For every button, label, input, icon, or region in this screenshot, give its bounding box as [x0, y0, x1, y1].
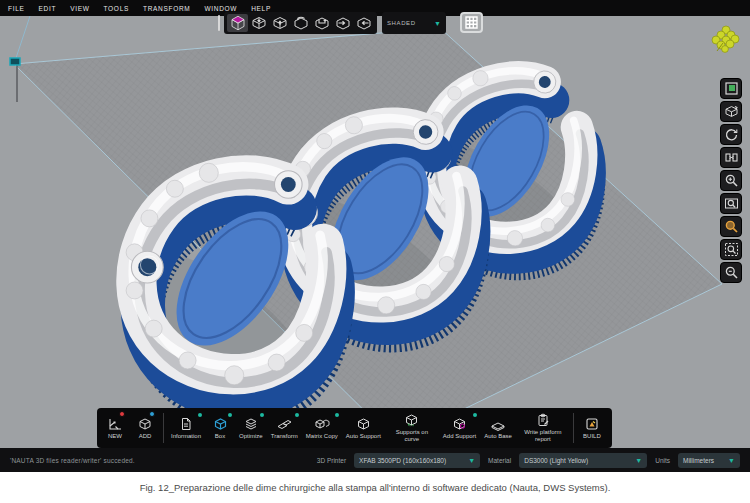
navigation-toolbar: [720, 78, 742, 283]
units-dropdown[interactable]: Millimeters ▼: [678, 453, 740, 468]
tool-information[interactable]: Information: [167, 408, 205, 448]
tool-box[interactable]: Box: [205, 408, 235, 448]
menu-tools[interactable]: TOOLS: [104, 5, 129, 12]
menu-window[interactable]: WINDOW: [204, 5, 237, 12]
toolbar-handle[interactable]: [218, 15, 220, 31]
figure-caption: Fig. 12_Preparazione delle dime chirurgi…: [0, 472, 750, 503]
new-platform-button[interactable]: NEW: [100, 408, 130, 448]
zoom-region-button[interactable]: [720, 239, 742, 260]
menu-edit[interactable]: EDIT: [39, 5, 57, 12]
bottom-toolbar: NEW ADD Information Box: [97, 408, 612, 448]
auto-support-icon: [356, 417, 371, 431]
app-window: FILE EDIT VIEW TOOLS TRANSFORM WINDOW HE…: [0, 0, 750, 503]
toolbar-separator: [163, 413, 164, 443]
tool-transform[interactable]: Transform: [267, 408, 302, 448]
tool-indicator-dot: [228, 413, 232, 417]
new-icon: [107, 417, 123, 431]
zoom-fit-button[interactable]: [720, 262, 742, 283]
tool-indicator-dot: [198, 413, 202, 417]
menu-file[interactable]: FILE: [8, 5, 25, 12]
zoom-fit-icon: [724, 265, 739, 280]
right-view-icon: [335, 15, 351, 31]
zoom-in-button[interactable]: [720, 170, 742, 191]
tool-add-support[interactable]: Add Support: [439, 408, 480, 448]
shading-mode-dropdown[interactable]: SHADED ▼: [382, 12, 446, 34]
tool-indicator-dot: [295, 413, 299, 417]
units-label: Units: [655, 457, 670, 464]
new-badge: [119, 411, 125, 417]
tool-indicator-dot: [335, 413, 339, 417]
tool-supports-on-curve[interactable]: Supports on curve: [385, 408, 439, 448]
supports-on-curve-icon: [404, 413, 419, 427]
tool-auto-base[interactable]: Auto Base: [480, 408, 516, 448]
report-clipboard-icon: [536, 413, 550, 427]
information-icon: [179, 417, 193, 431]
shading-mode-value: SHADED: [387, 20, 416, 26]
platform-origin-marker: [10, 58, 20, 65]
back-view-button[interactable]: [311, 14, 332, 32]
box-icon: [213, 417, 228, 431]
zoom-dynamic-icon: [724, 219, 739, 234]
chevron-down-icon: ▼: [434, 20, 441, 27]
tool-write-platform-report[interactable]: Write platform report: [516, 408, 570, 448]
back-view-icon: [314, 15, 330, 31]
build-button[interactable]: BUILD: [577, 408, 607, 448]
add-support-icon: [452, 417, 467, 431]
top-view-button[interactable]: [248, 14, 269, 32]
chevron-down-icon: ▼: [635, 457, 642, 464]
zoom-dynamic-button[interactable]: [720, 216, 742, 237]
tool-optimize[interactable]: Optimize: [235, 408, 267, 448]
menu-help[interactable]: HELP: [251, 5, 271, 12]
snapshot-icon: [724, 81, 739, 96]
optimize-layers-icon: [243, 417, 259, 431]
right-view-button[interactable]: [332, 14, 353, 32]
matrix-copy-icon: [314, 417, 330, 431]
toolbar-separator: [573, 413, 574, 443]
top-view-icon: [251, 15, 267, 31]
dws-logo: [710, 24, 742, 56]
auto-base-icon: [490, 417, 506, 431]
rotate-view-button[interactable]: [720, 124, 742, 145]
rotate-icon: [724, 127, 739, 142]
tool-matrix-copy[interactable]: Matrix Copy: [302, 408, 342, 448]
bottom-view-button[interactable]: [269, 14, 290, 32]
orbit-cube-icon: [724, 104, 739, 119]
front-view-button[interactable]: [290, 14, 311, 32]
orbit-view-button[interactable]: [720, 101, 742, 122]
menu-transform[interactable]: TRANSFORM: [143, 5, 190, 12]
menu-view[interactable]: VIEW: [70, 5, 89, 12]
printer-dropdown[interactable]: XFAB 3500PD (160x160x180) ▼: [354, 453, 480, 468]
printer-label: 3D Printer: [317, 457, 346, 464]
front-view-icon: [293, 15, 309, 31]
build-icon: [584, 417, 600, 431]
add-badge: [149, 411, 155, 417]
pan-icon: [724, 150, 739, 165]
add-icon: [137, 417, 153, 431]
bottom-view-icon: [272, 15, 288, 31]
zoom-window-button[interactable]: [720, 193, 742, 214]
tool-indicator-dot: [473, 413, 477, 417]
zoom-window-icon: [724, 196, 739, 211]
status-message: 'NAUTA 3D files reader/writer' succeded.: [10, 457, 135, 464]
tool-auto-support[interactable]: Auto Support: [342, 408, 385, 448]
zoom-region-icon: [724, 242, 739, 257]
zoom-in-icon: [724, 173, 739, 188]
snapshot-button[interactable]: [720, 78, 742, 99]
left-view-button[interactable]: [353, 14, 374, 32]
tool-indicator-dot: [260, 413, 264, 417]
view-toolbar: SHADED ▼: [218, 12, 446, 34]
chevron-down-icon: ▼: [728, 457, 735, 464]
material-dropdown[interactable]: DS3000 (Light Yellow) ▼: [519, 453, 647, 468]
material-label: Material: [488, 457, 511, 464]
isometric-cube-icon: [230, 15, 246, 31]
toggle-grid-button[interactable]: [460, 12, 483, 33]
viewport-canvas[interactable]: [0, 16, 750, 448]
grid-icon: [465, 16, 478, 29]
transform-icon: [276, 417, 292, 431]
pan-view-button[interactable]: [720, 147, 742, 168]
isometric-view-button[interactable]: [227, 14, 248, 32]
add-model-button[interactable]: ADD: [130, 408, 160, 448]
chevron-down-icon: ▼: [468, 457, 475, 464]
left-view-icon: [356, 15, 372, 31]
status-bar: 'NAUTA 3D files reader/writer' succeded.…: [0, 448, 750, 472]
